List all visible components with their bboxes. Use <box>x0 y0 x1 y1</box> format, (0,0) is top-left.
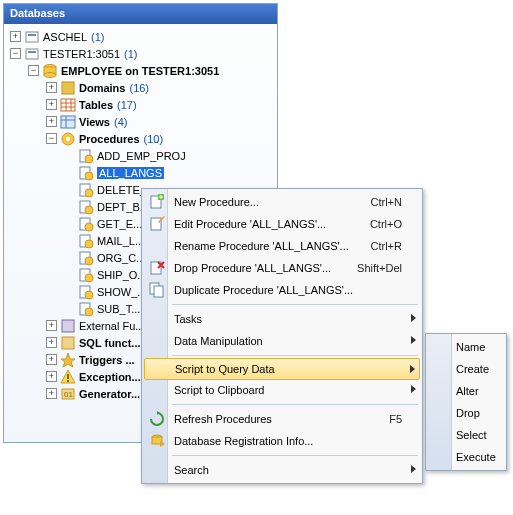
tree-label: Domains <box>79 82 125 94</box>
svg-rect-8 <box>61 99 75 111</box>
script-to-query-data-submenu: Name Create Alter Drop Select Execute <box>425 333 507 471</box>
menu-label: Edit Procedure 'ALL_LANGS'... <box>174 218 350 230</box>
tree-label: GET_E... <box>97 218 142 230</box>
menu-data-manipulation[interactable]: Data Manipulation <box>144 330 420 352</box>
svg-text:01: 01 <box>64 390 73 399</box>
expand-icon[interactable]: + <box>46 99 57 110</box>
svg-rect-0 <box>26 32 38 42</box>
menu-database-registration-info[interactable]: Database Registration Info... <box>144 430 420 452</box>
expand-icon[interactable]: + <box>46 371 57 382</box>
menu-separator <box>172 455 418 456</box>
expand-icon[interactable]: + <box>46 354 57 365</box>
expand-icon[interactable]: + <box>46 388 57 399</box>
menu-label: Data Manipulation <box>174 335 402 347</box>
collapse-icon[interactable]: − <box>28 65 39 76</box>
tree-count: (16) <box>129 82 149 94</box>
menu-label: Drop Procedure 'ALL_LANGS'... <box>174 262 337 274</box>
svg-rect-7 <box>62 82 74 94</box>
submenu-execute[interactable]: Execute <box>428 446 504 468</box>
generator-icon: 01 <box>60 386 76 402</box>
menu-tasks[interactable]: Tasks <box>144 308 420 330</box>
table-icon <box>60 97 76 113</box>
refresh-icon <box>149 411 165 427</box>
menu-duplicate-procedure[interactable]: Duplicate Procedure 'ALL_LANGS'... <box>144 279 420 301</box>
tree-node-tester[interactable]: − TESTER1:3051 (1) <box>6 45 275 62</box>
expand-icon[interactable]: + <box>10 31 21 42</box>
tree-node-procedure[interactable]: ADD_EMP_PROJ <box>6 147 275 164</box>
duplicate-procedure-icon <box>149 282 165 298</box>
collapse-icon[interactable]: − <box>46 133 57 144</box>
tree-node-domains[interactable]: + Domains (16) <box>6 79 275 96</box>
procedure-icon <box>78 250 94 266</box>
menu-separator <box>172 304 418 305</box>
svg-point-19 <box>85 155 93 163</box>
menu-label: Duplicate Procedure 'ALL_LANGS'... <box>174 284 402 296</box>
sql-function-icon <box>60 335 76 351</box>
menu-label: Select <box>456 429 496 441</box>
menu-script-to-query-data[interactable]: Script to Query Data <box>144 358 420 380</box>
tree-node-database[interactable]: − EMPLOYEE on TESTER1:3051 <box>6 62 275 79</box>
svg-point-6 <box>44 72 56 77</box>
tree-label: ORG_C... <box>97 252 145 264</box>
menu-label: Create <box>456 363 496 375</box>
collapse-icon[interactable]: − <box>10 48 21 59</box>
menu-refresh-procedures[interactable]: Refresh Procedures F5 <box>144 408 420 430</box>
svg-point-17 <box>66 137 70 141</box>
svg-point-37 <box>85 308 93 316</box>
submenu-alter[interactable]: Alter <box>428 380 504 402</box>
submenu-create[interactable]: Create <box>428 358 504 380</box>
edit-procedure-icon <box>149 216 165 232</box>
menu-separator <box>172 355 418 356</box>
menu-rename-procedure[interactable]: Rename Procedure 'ALL_LANGS'... Ctrl+R <box>144 235 420 257</box>
expand-icon[interactable]: + <box>46 116 57 127</box>
submenu-name[interactable]: Name <box>428 336 504 358</box>
menu-search[interactable]: Search <box>144 459 420 481</box>
tree-node-tables[interactable]: + Tables (17) <box>6 96 275 113</box>
expand-icon[interactable]: + <box>46 337 57 348</box>
svg-rect-13 <box>61 116 75 128</box>
procedure-icon <box>78 233 94 249</box>
svg-rect-38 <box>62 320 74 332</box>
submenu-drop[interactable]: Drop <box>428 402 504 424</box>
menu-label: Script to Clipboard <box>174 384 402 396</box>
svg-point-23 <box>85 189 93 197</box>
domain-icon <box>60 80 76 96</box>
menu-shortcut: F5 <box>389 413 402 425</box>
expand-icon[interactable]: + <box>46 320 57 331</box>
submenu-arrow-icon <box>411 336 416 344</box>
svg-rect-3 <box>28 51 36 53</box>
svg-rect-39 <box>62 337 74 349</box>
menu-script-to-clipboard[interactable]: Script to Clipboard <box>144 379 420 401</box>
submenu-arrow-icon <box>411 465 416 473</box>
tree-label: EMPLOYEE on TESTER1:3051 <box>61 65 219 77</box>
menu-label: Drop <box>456 407 496 419</box>
svg-rect-42 <box>67 374 69 379</box>
menu-label: Tasks <box>174 313 402 325</box>
menu-label: Database Registration Info... <box>174 435 402 447</box>
svg-point-31 <box>85 257 93 265</box>
tree-node-views[interactable]: + Views (4) <box>6 113 275 130</box>
menu-edit-procedure[interactable]: Edit Procedure 'ALL_LANGS'... Ctrl+O <box>144 213 420 235</box>
new-procedure-icon <box>149 194 165 210</box>
tree-node-procedure[interactable]: ALL_LANGS <box>6 164 275 181</box>
procedure-icon <box>78 301 94 317</box>
procedure-folder-icon <box>60 131 76 147</box>
menu-label: Name <box>456 341 496 353</box>
menu-drop-procedure[interactable]: Drop Procedure 'ALL_LANGS'... Shift+Del <box>144 257 420 279</box>
menu-new-procedure[interactable]: New Procedure... Ctrl+N <box>144 191 420 213</box>
tree-label: Tables <box>79 99 113 111</box>
tree-label: SHOW_... <box>97 286 147 298</box>
tree-node-aschel[interactable]: + ASCHEL (1) <box>6 28 275 45</box>
svg-point-25 <box>85 206 93 214</box>
svg-rect-2 <box>26 49 38 59</box>
expand-icon[interactable]: + <box>46 82 57 93</box>
procedure-icon <box>78 148 94 164</box>
tree-label: SHIP_O... <box>97 269 147 281</box>
tree-node-procedures[interactable]: − Procedures (10) <box>6 130 275 147</box>
menu-shortcut: Shift+Del <box>357 262 402 274</box>
drop-procedure-icon <box>149 260 165 276</box>
view-icon <box>60 114 76 130</box>
svg-rect-56 <box>154 286 163 297</box>
tree-count: (1) <box>91 31 104 43</box>
submenu-select[interactable]: Select <box>428 424 504 446</box>
